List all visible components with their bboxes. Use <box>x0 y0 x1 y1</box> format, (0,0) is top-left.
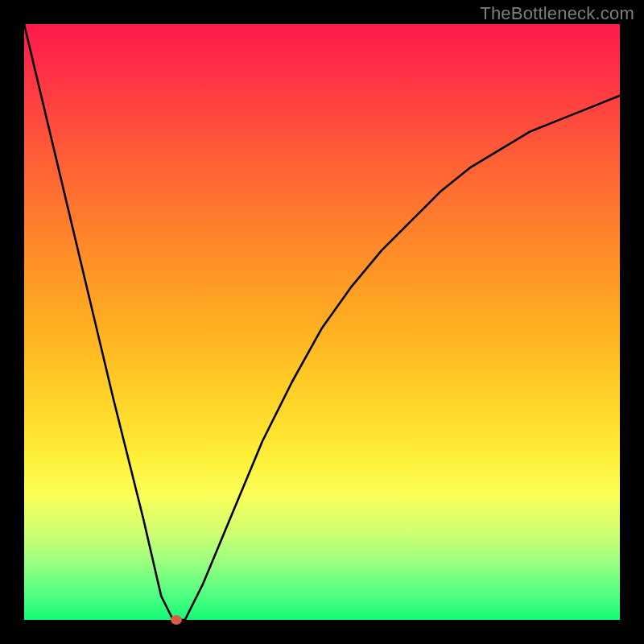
curve-svg <box>24 24 620 620</box>
bottleneck-curve <box>24 24 620 620</box>
plot-area <box>24 24 620 620</box>
watermark-text: TheBottleneck.com <box>480 3 634 24</box>
chart-frame: TheBottleneck.com <box>0 0 644 644</box>
optimal-point-marker <box>171 615 182 625</box>
